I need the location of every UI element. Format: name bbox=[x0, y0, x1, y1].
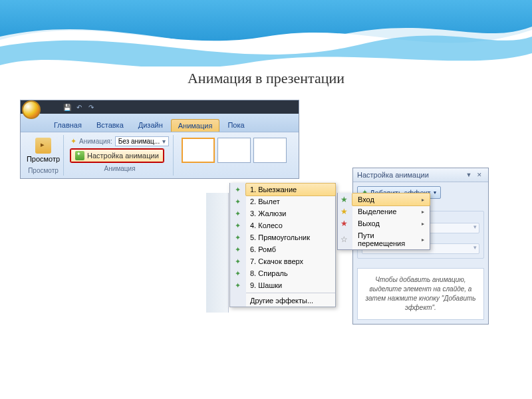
preview-button[interactable]: Просмотр bbox=[27, 136, 59, 164]
ruler-fragment bbox=[206, 193, 229, 313]
pane-title: Настройка анимации bbox=[357, 171, 429, 179]
effect-item[interactable]: ✦3. Жалюзи bbox=[246, 207, 335, 219]
star-icon: ✦ bbox=[233, 269, 242, 278]
menu-separator bbox=[246, 293, 335, 293]
effect-item[interactable]: ✦2. Вылет bbox=[246, 196, 335, 207]
animation-settings-button[interactable]: Настройка анимации bbox=[70, 149, 164, 162]
tab-home[interactable]: Главная bbox=[47, 119, 88, 132]
star-icon: ☆ bbox=[340, 235, 348, 244]
star-icon: ✦ bbox=[233, 245, 242, 254]
star-icon: ✦ bbox=[233, 257, 242, 266]
anim-dd-label: Анимация: bbox=[79, 138, 112, 145]
ribbon-tabs: Главная Вставка Дизайн Анимация Пока bbox=[21, 114, 299, 132]
group-transitions bbox=[176, 135, 292, 176]
star-icon: ★ bbox=[340, 207, 348, 216]
transition-thumb[interactable] bbox=[253, 138, 287, 163]
effect-item[interactable]: ✦5. Прямоугольник bbox=[246, 231, 335, 243]
transition-thumb[interactable] bbox=[182, 138, 215, 163]
star-icon: ✦ bbox=[233, 197, 242, 206]
group-preview: Просмотр Просмотр bbox=[23, 135, 64, 176]
hint-text: Чтобы добавить анимацию, выделите элемен… bbox=[357, 268, 484, 320]
star-icon: ✦ bbox=[233, 221, 242, 230]
effect-category-motion[interactable]: ☆Пути перемещения bbox=[352, 229, 430, 249]
transition-thumb[interactable] bbox=[217, 138, 251, 163]
star-icon: ✦ bbox=[233, 209, 242, 218]
ribbon-content: Просмотр Просмотр ✦ Анимация: Без анимац… bbox=[21, 132, 299, 178]
group-preview-label: Просмотр bbox=[28, 167, 59, 174]
tab-insert[interactable]: Вставка bbox=[90, 119, 130, 132]
tab-design[interactable]: Дизайн bbox=[132, 119, 170, 132]
effect-item[interactable]: ✦4. Колесо bbox=[246, 219, 335, 231]
ribbon-screenshot: 💾 ↶ ↷ Главная Вставка Дизайн Анимация По… bbox=[20, 100, 299, 179]
redo-icon[interactable]: ↷ bbox=[86, 102, 96, 112]
office-button[interactable] bbox=[22, 100, 41, 119]
star-icon: ★ bbox=[340, 219, 348, 228]
group-animation-label: Анимация bbox=[104, 165, 136, 172]
slide-title: Анимация в презентации bbox=[0, 70, 532, 87]
group-animation: ✦ Анимация: Без анимац... Настройка аним… bbox=[66, 135, 174, 176]
settings-icon bbox=[75, 151, 84, 160]
effects-submenu: ✦1. Выезжание ✦2. Вылет ✦3. Жалюзи ✦4. К… bbox=[229, 183, 336, 307]
preview-icon bbox=[35, 138, 51, 154]
tab-animation[interactable]: Анимация bbox=[171, 119, 220, 132]
effect-item[interactable]: ✦9. Шашки bbox=[246, 279, 335, 291]
effect-item[interactable]: ✦6. Ромб bbox=[246, 243, 335, 255]
effect-item[interactable]: ✦7. Скачок вверх bbox=[246, 255, 335, 267]
undo-icon[interactable]: ↶ bbox=[74, 102, 84, 112]
effect-item[interactable]: ✦8. Спираль bbox=[246, 267, 335, 279]
add-effect-menu: ★Вход ★Выделение ★Выход ☆Пути перемещени… bbox=[337, 193, 430, 250]
titlebar: 💾 ↶ ↷ bbox=[21, 100, 299, 114]
star-icon: ✦ bbox=[233, 233, 242, 242]
chevron-down-icon[interactable]: ▼ bbox=[464, 170, 473, 180]
tab-show[interactable]: Пока bbox=[221, 119, 251, 132]
effect-category-entrance[interactable]: ★Вход bbox=[352, 193, 430, 206]
animation-dropdown[interactable]: Без анимац... bbox=[115, 136, 169, 146]
preview-label: Просмотр bbox=[27, 155, 60, 163]
star-icon: ★ bbox=[340, 195, 348, 204]
wave-header bbox=[0, 0, 532, 66]
effect-category-exit[interactable]: ★Выход bbox=[352, 217, 430, 229]
effect-item[interactable]: ✦1. Выезжание bbox=[245, 183, 336, 196]
star-icon: ✦ bbox=[70, 137, 76, 146]
effect-category-emphasis[interactable]: ★Выделение bbox=[352, 205, 430, 217]
save-icon[interactable]: 💾 bbox=[62, 102, 72, 112]
star-icon: ✦ bbox=[233, 185, 242, 194]
pane-titlebar: Настройка анимации ▼ ✕ bbox=[353, 168, 488, 182]
close-icon[interactable]: ✕ bbox=[475, 170, 484, 180]
star-icon: ✦ bbox=[233, 281, 242, 290]
other-effects-item[interactable]: Другие эффекты... bbox=[246, 295, 335, 307]
